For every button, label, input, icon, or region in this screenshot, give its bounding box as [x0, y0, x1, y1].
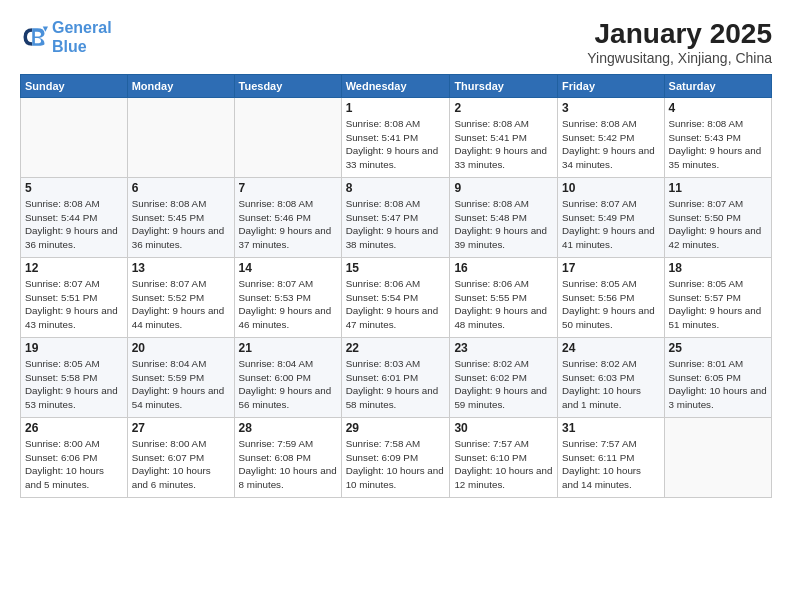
day-number: 31 [562, 421, 660, 435]
day-info: Sunrise: 8:08 AM Sunset: 5:44 PM Dayligh… [25, 197, 123, 252]
title-block: January 2025 Yingwusitang, Xinjiang, Chi… [587, 18, 772, 66]
day-number: 29 [346, 421, 446, 435]
day-info: Sunrise: 8:02 AM Sunset: 6:02 PM Dayligh… [454, 357, 553, 412]
calendar-cell: 19Sunrise: 8:05 AM Sunset: 5:58 PM Dayli… [21, 338, 128, 418]
day-number: 18 [669, 261, 767, 275]
day-number: 19 [25, 341, 123, 355]
day-number: 21 [239, 341, 337, 355]
logo-icon [20, 23, 48, 51]
day-info: Sunrise: 7:58 AM Sunset: 6:09 PM Dayligh… [346, 437, 446, 492]
weekday-header-wednesday: Wednesday [341, 75, 450, 98]
header: General Blue January 2025 Yingwusitang, … [20, 18, 772, 66]
day-info: Sunrise: 8:08 AM Sunset: 5:41 PM Dayligh… [454, 117, 553, 172]
logo: General Blue [20, 18, 112, 56]
day-info: Sunrise: 8:05 AM Sunset: 5:57 PM Dayligh… [669, 277, 767, 332]
day-number: 22 [346, 341, 446, 355]
calendar-cell: 7Sunrise: 8:08 AM Sunset: 5:46 PM Daylig… [234, 178, 341, 258]
day-info: Sunrise: 7:57 AM Sunset: 6:11 PM Dayligh… [562, 437, 660, 492]
calendar-week-1: 1Sunrise: 8:08 AM Sunset: 5:41 PM Daylig… [21, 98, 772, 178]
day-number: 12 [25, 261, 123, 275]
day-info: Sunrise: 8:08 AM Sunset: 5:45 PM Dayligh… [132, 197, 230, 252]
calendar-cell: 10Sunrise: 8:07 AM Sunset: 5:49 PM Dayli… [558, 178, 665, 258]
day-info: Sunrise: 8:02 AM Sunset: 6:03 PM Dayligh… [562, 357, 660, 412]
calendar-cell: 11Sunrise: 8:07 AM Sunset: 5:50 PM Dayli… [664, 178, 771, 258]
calendar-cell [127, 98, 234, 178]
day-info: Sunrise: 8:08 AM Sunset: 5:42 PM Dayligh… [562, 117, 660, 172]
calendar-cell: 27Sunrise: 8:00 AM Sunset: 6:07 PM Dayli… [127, 418, 234, 498]
calendar-week-4: 19Sunrise: 8:05 AM Sunset: 5:58 PM Dayli… [21, 338, 772, 418]
calendar-cell: 28Sunrise: 7:59 AM Sunset: 6:08 PM Dayli… [234, 418, 341, 498]
calendar-cell: 30Sunrise: 7:57 AM Sunset: 6:10 PM Dayli… [450, 418, 558, 498]
calendar-cell: 15Sunrise: 8:06 AM Sunset: 5:54 PM Dayli… [341, 258, 450, 338]
calendar-cell: 18Sunrise: 8:05 AM Sunset: 5:57 PM Dayli… [664, 258, 771, 338]
day-number: 8 [346, 181, 446, 195]
calendar-cell: 6Sunrise: 8:08 AM Sunset: 5:45 PM Daylig… [127, 178, 234, 258]
day-info: Sunrise: 8:08 AM Sunset: 5:47 PM Dayligh… [346, 197, 446, 252]
calendar-cell: 13Sunrise: 8:07 AM Sunset: 5:52 PM Dayli… [127, 258, 234, 338]
day-info: Sunrise: 7:57 AM Sunset: 6:10 PM Dayligh… [454, 437, 553, 492]
day-number: 11 [669, 181, 767, 195]
calendar-cell: 21Sunrise: 8:04 AM Sunset: 6:00 PM Dayli… [234, 338, 341, 418]
day-number: 17 [562, 261, 660, 275]
day-number: 27 [132, 421, 230, 435]
day-info: Sunrise: 8:07 AM Sunset: 5:53 PM Dayligh… [239, 277, 337, 332]
day-number: 6 [132, 181, 230, 195]
day-info: Sunrise: 8:08 AM Sunset: 5:43 PM Dayligh… [669, 117, 767, 172]
day-number: 9 [454, 181, 553, 195]
day-number: 5 [25, 181, 123, 195]
calendar-cell: 5Sunrise: 8:08 AM Sunset: 5:44 PM Daylig… [21, 178, 128, 258]
day-number: 24 [562, 341, 660, 355]
calendar-week-3: 12Sunrise: 8:07 AM Sunset: 5:51 PM Dayli… [21, 258, 772, 338]
day-info: Sunrise: 8:00 AM Sunset: 6:06 PM Dayligh… [25, 437, 123, 492]
day-number: 10 [562, 181, 660, 195]
day-info: Sunrise: 8:06 AM Sunset: 5:54 PM Dayligh… [346, 277, 446, 332]
day-info: Sunrise: 8:07 AM Sunset: 5:49 PM Dayligh… [562, 197, 660, 252]
calendar-cell: 8Sunrise: 8:08 AM Sunset: 5:47 PM Daylig… [341, 178, 450, 258]
day-info: Sunrise: 7:59 AM Sunset: 6:08 PM Dayligh… [239, 437, 337, 492]
day-number: 25 [669, 341, 767, 355]
logo-text: General Blue [52, 18, 112, 56]
calendar-cell: 3Sunrise: 8:08 AM Sunset: 5:42 PM Daylig… [558, 98, 665, 178]
calendar-cell: 26Sunrise: 8:00 AM Sunset: 6:06 PM Dayli… [21, 418, 128, 498]
day-number: 13 [132, 261, 230, 275]
calendar-cell [664, 418, 771, 498]
calendar-cell [21, 98, 128, 178]
calendar-week-2: 5Sunrise: 8:08 AM Sunset: 5:44 PM Daylig… [21, 178, 772, 258]
day-number: 23 [454, 341, 553, 355]
weekday-header-monday: Monday [127, 75, 234, 98]
day-info: Sunrise: 8:05 AM Sunset: 5:56 PM Dayligh… [562, 277, 660, 332]
day-number: 20 [132, 341, 230, 355]
weekday-header-tuesday: Tuesday [234, 75, 341, 98]
day-number: 3 [562, 101, 660, 115]
calendar-cell: 23Sunrise: 8:02 AM Sunset: 6:02 PM Dayli… [450, 338, 558, 418]
calendar-cell: 2Sunrise: 8:08 AM Sunset: 5:41 PM Daylig… [450, 98, 558, 178]
calendar-cell: 1Sunrise: 8:08 AM Sunset: 5:41 PM Daylig… [341, 98, 450, 178]
calendar-cell: 24Sunrise: 8:02 AM Sunset: 6:03 PM Dayli… [558, 338, 665, 418]
calendar-cell: 16Sunrise: 8:06 AM Sunset: 5:55 PM Dayli… [450, 258, 558, 338]
weekday-header-thursday: Thursday [450, 75, 558, 98]
day-info: Sunrise: 8:08 AM Sunset: 5:48 PM Dayligh… [454, 197, 553, 252]
calendar-cell [234, 98, 341, 178]
day-info: Sunrise: 8:07 AM Sunset: 5:52 PM Dayligh… [132, 277, 230, 332]
day-info: Sunrise: 8:06 AM Sunset: 5:55 PM Dayligh… [454, 277, 553, 332]
calendar-cell: 9Sunrise: 8:08 AM Sunset: 5:48 PM Daylig… [450, 178, 558, 258]
calendar-cell: 12Sunrise: 8:07 AM Sunset: 5:51 PM Dayli… [21, 258, 128, 338]
day-number: 1 [346, 101, 446, 115]
day-info: Sunrise: 8:03 AM Sunset: 6:01 PM Dayligh… [346, 357, 446, 412]
calendar-cell: 20Sunrise: 8:04 AM Sunset: 5:59 PM Dayli… [127, 338, 234, 418]
day-info: Sunrise: 8:07 AM Sunset: 5:51 PM Dayligh… [25, 277, 123, 332]
day-info: Sunrise: 8:08 AM Sunset: 5:41 PM Dayligh… [346, 117, 446, 172]
day-info: Sunrise: 8:05 AM Sunset: 5:58 PM Dayligh… [25, 357, 123, 412]
day-number: 30 [454, 421, 553, 435]
calendar-cell: 4Sunrise: 8:08 AM Sunset: 5:43 PM Daylig… [664, 98, 771, 178]
day-info: Sunrise: 8:07 AM Sunset: 5:50 PM Dayligh… [669, 197, 767, 252]
calendar-cell: 25Sunrise: 8:01 AM Sunset: 6:05 PM Dayli… [664, 338, 771, 418]
page-subtitle: Yingwusitang, Xinjiang, China [587, 50, 772, 66]
calendar-table: SundayMondayTuesdayWednesdayThursdayFrid… [20, 74, 772, 498]
day-info: Sunrise: 8:04 AM Sunset: 5:59 PM Dayligh… [132, 357, 230, 412]
page: General Blue January 2025 Yingwusitang, … [0, 0, 792, 612]
day-info: Sunrise: 8:01 AM Sunset: 6:05 PM Dayligh… [669, 357, 767, 412]
day-number: 4 [669, 101, 767, 115]
weekday-header-friday: Friday [558, 75, 665, 98]
calendar-cell: 14Sunrise: 8:07 AM Sunset: 5:53 PM Dayli… [234, 258, 341, 338]
